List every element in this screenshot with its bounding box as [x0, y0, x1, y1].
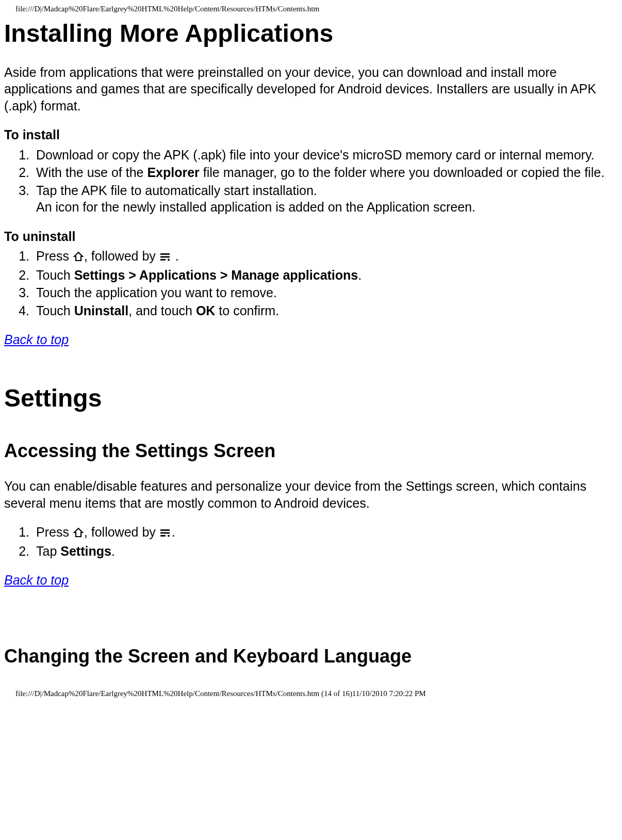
bold-text: Settings > Applications > Manage applica… — [74, 268, 358, 282]
back-to-top-link[interactable]: Back to top — [4, 573, 69, 587]
list-item: Tap the APK file to automatically start … — [33, 182, 618, 216]
text: Touch — [36, 268, 74, 282]
text: An icon for the newly installed applicat… — [36, 200, 476, 214]
list-item: Download or copy the APK (.apk) file int… — [33, 147, 618, 164]
text: to confirm. — [215, 303, 279, 318]
list-item: Tap Settings. — [33, 543, 618, 560]
svg-point-7 — [168, 535, 170, 537]
text: , followed by — [84, 249, 159, 263]
bold-text: Uninstall — [74, 303, 129, 318]
to-install-heading: To install — [4, 126, 618, 143]
intro-paragraph: Aside from applications that were preins… — [4, 64, 618, 115]
text: With the use of the — [36, 165, 147, 180]
settings-steps-list: Press , followed by . Tap Settings. — [4, 524, 618, 559]
list-item: Press , followed by . — [33, 524, 618, 542]
home-icon — [73, 525, 84, 542]
page-title-installing: Installing More Applications — [4, 18, 618, 50]
settings-intro-paragraph: You can enable/disable features and pers… — [4, 478, 618, 511]
section-heading-accessing: Accessing the Settings Screen — [4, 439, 618, 463]
text: Press — [36, 249, 73, 263]
text: . — [358, 268, 362, 282]
menu-icon — [159, 525, 172, 542]
back-to-top-link[interactable]: Back to top — [4, 332, 69, 347]
list-item: Touch the application you want to remove… — [33, 284, 618, 301]
list-item: With the use of the Explorer file manage… — [33, 164, 618, 181]
footer-file-path: file:///D|/Madcap%20Flare/Earlgrey%20HTM… — [15, 689, 618, 699]
svg-rect-0 — [160, 253, 170, 255]
svg-rect-5 — [160, 532, 170, 534]
text: Tap — [36, 544, 60, 558]
bold-text: Explorer — [147, 165, 199, 180]
text: Tap the APK file to automatically start … — [36, 183, 317, 198]
text: Touch — [36, 303, 74, 318]
header-file-path: file:///D|/Madcap%20Flare/Earlgrey%20HTM… — [15, 4, 618, 14]
bold-text: Settings — [60, 544, 111, 558]
svg-rect-6 — [160, 535, 166, 537]
uninstall-steps-list: Press , followed by . Touch Settings > A… — [4, 248, 618, 319]
text: file manager, go to the folder where you… — [200, 165, 604, 180]
page-title-settings: Settings — [4, 382, 618, 414]
text: . — [172, 525, 175, 539]
section-heading-changing: Changing the Screen and Keyboard Languag… — [4, 644, 618, 669]
text: , followed by — [84, 525, 159, 539]
text: , and touch — [128, 303, 196, 318]
list-item: Press , followed by . — [33, 248, 618, 266]
install-steps-list: Download or copy the APK (.apk) file int… — [4, 147, 618, 216]
list-item: Touch Uninstall, and touch OK to confirm… — [33, 302, 618, 319]
text: Press — [36, 525, 73, 539]
text: . — [172, 249, 179, 263]
svg-point-3 — [168, 259, 170, 261]
menu-icon — [159, 249, 172, 266]
home-icon — [73, 249, 84, 266]
list-item: Touch Settings > Applications > Manage a… — [33, 267, 618, 284]
bold-text: OK — [196, 303, 216, 318]
to-uninstall-heading: To uninstall — [4, 228, 618, 245]
text: . — [111, 544, 115, 558]
svg-rect-4 — [160, 529, 170, 531]
svg-rect-1 — [160, 256, 170, 258]
svg-rect-2 — [160, 259, 166, 261]
